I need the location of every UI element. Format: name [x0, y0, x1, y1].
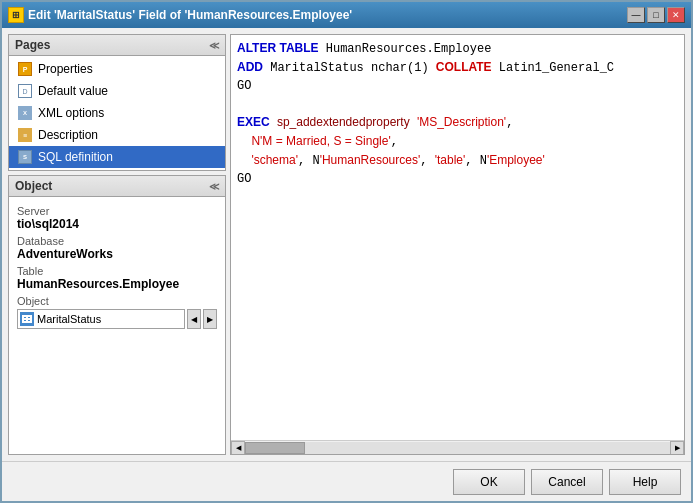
sidebar-item-properties[interactable]: P Properties: [9, 58, 225, 80]
content-area: Pages ≪ P Properties D Default va: [2, 28, 691, 461]
maximize-button[interactable]: □: [647, 7, 665, 23]
table-value: HumanResources.Employee: [17, 277, 217, 291]
window-title: Edit 'MaritalStatus' Field of 'HumanReso…: [28, 8, 352, 22]
description-icon: ≡: [17, 127, 33, 143]
nav-prev-button[interactable]: ◀: [187, 309, 201, 329]
object-header-label: Object: [15, 179, 52, 193]
scroll-right-button[interactable]: ▶: [670, 441, 684, 455]
title-controls: — □ ✕: [627, 7, 685, 23]
description-label: Description: [38, 128, 98, 142]
scroll-thumb[interactable]: [245, 442, 305, 454]
ok-button[interactable]: OK: [453, 469, 525, 495]
scroll-left-button[interactable]: ◀: [231, 441, 245, 455]
main-window: ⊞ Edit 'MaritalStatus' Field of 'HumanRe…: [0, 0, 693, 503]
sidebar-item-description[interactable]: ≡ Description: [9, 124, 225, 146]
properties-label: Properties: [38, 62, 93, 76]
object-select-icon: [20, 312, 34, 326]
object-collapse-icon[interactable]: ≪: [209, 181, 219, 192]
server-value: tio\sql2014: [17, 217, 217, 231]
sidebar-item-xml-options[interactable]: X XML options: [9, 102, 225, 124]
pages-section: Pages ≪ P Properties D Default va: [8, 34, 226, 171]
window-icon: ⊞: [8, 7, 24, 23]
pages-header: Pages ≪: [9, 35, 225, 56]
bottom-bar: OK Cancel Help: [2, 461, 691, 501]
object-content: Server tio\sql2014 Database AdventureWor…: [9, 197, 225, 333]
object-section: Object ≪ Server tio\sql2014 Database Adv…: [8, 175, 226, 455]
nav-next-button[interactable]: ▶: [203, 309, 217, 329]
title-bar-left: ⊞ Edit 'MaritalStatus' Field of 'HumanRe…: [8, 7, 352, 23]
database-value: AdventureWorks: [17, 247, 217, 261]
object-header: Object ≪: [9, 176, 225, 197]
xml-options-icon: X: [17, 105, 33, 121]
code-area[interactable]: ALTER TABLE HumanResources.Employee ADD …: [231, 35, 684, 440]
pages-header-label: Pages: [15, 38, 50, 52]
object-dropdown: MaritalStatus ◀ ▶: [17, 309, 217, 329]
pages-collapse-icon[interactable]: ≪: [209, 40, 219, 51]
scroll-track[interactable]: [245, 442, 670, 454]
sql-definition-label: SQL definition: [38, 150, 113, 164]
sidebar-item-sql-definition[interactable]: S SQL definition: [9, 146, 225, 168]
default-value-icon: D: [17, 83, 33, 99]
object-select[interactable]: MaritalStatus: [17, 309, 185, 329]
title-bar: ⊞ Edit 'MaritalStatus' Field of 'HumanRe…: [2, 2, 691, 28]
help-button[interactable]: Help: [609, 469, 681, 495]
horizontal-scrollbar[interactable]: ◀ ▶: [231, 440, 684, 454]
object-select-value: MaritalStatus: [37, 313, 101, 325]
nav-arrows: ◀ ▶: [187, 309, 217, 329]
pages-list: P Properties D Default value X: [9, 56, 225, 170]
database-label: Database: [17, 235, 217, 247]
left-panel: Pages ≪ P Properties D Default va: [8, 34, 226, 455]
sql-definition-icon: S: [17, 149, 33, 165]
table-label: Table: [17, 265, 217, 277]
cancel-button[interactable]: Cancel: [531, 469, 603, 495]
server-label: Server: [17, 205, 217, 217]
default-value-label: Default value: [38, 84, 108, 98]
object-label: Object: [17, 295, 217, 307]
xml-options-label: XML options: [38, 106, 104, 120]
right-panel: ALTER TABLE HumanResources.Employee ADD …: [230, 34, 685, 455]
minimize-button[interactable]: —: [627, 7, 645, 23]
properties-icon: P: [17, 61, 33, 77]
close-button[interactable]: ✕: [667, 7, 685, 23]
sidebar-item-default-value[interactable]: D Default value: [9, 80, 225, 102]
